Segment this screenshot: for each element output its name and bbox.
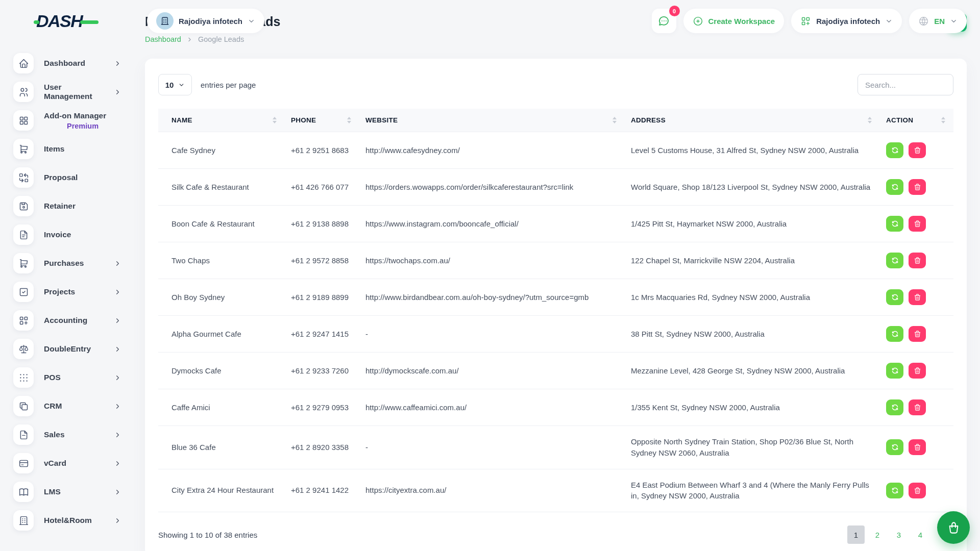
sidebar-item-label: CRM — [44, 402, 104, 411]
trash-icon — [914, 146, 921, 154]
sidebar-item-retainer[interactable]: Retainer — [13, 196, 145, 216]
sidebar-item-text: DoubleEntry — [44, 344, 104, 354]
sidebar-item-vcard[interactable]: vCard — [13, 453, 145, 473]
delete-lead-button[interactable] — [909, 253, 926, 268]
app-logo: DASH — [34, 11, 147, 31]
chevron-right-icon — [114, 431, 121, 439]
trash-icon — [914, 330, 921, 338]
sidebar-item-items[interactable]: Items — [13, 139, 145, 159]
create-workspace-button[interactable]: Create Workspace — [683, 9, 785, 33]
convert-lead-button[interactable] — [886, 216, 903, 232]
company-selector[interactable]: Rajodiya infotech — [791, 9, 902, 33]
chat-icon — [658, 15, 670, 27]
convert-lead-button[interactable] — [886, 142, 903, 158]
sidebar-item-doubleentry[interactable]: DoubleEntry — [13, 339, 145, 359]
sidebar-item-add-on-manager[interactable]: Add-on ManagerPremium — [13, 110, 145, 131]
sort-icon — [612, 117, 617, 123]
topbar-actions: 0 Create Workspace Rajodiya infotech EN — [652, 9, 967, 33]
sidebar-item-text: Accounting — [44, 316, 104, 325]
chevron-right-icon — [186, 36, 193, 43]
convert-lead-button[interactable] — [886, 399, 903, 415]
chevron-right-icon — [114, 517, 121, 524]
messages-button[interactable]: 0 — [652, 9, 676, 33]
sidebar-item-text: Retainer — [44, 202, 121, 211]
sidebar-item-crm[interactable]: CRM — [13, 396, 145, 416]
home-icon — [13, 53, 34, 73]
sidebar-item-label: Sales — [44, 430, 104, 439]
column-header-address[interactable]: ADDRESS — [625, 109, 880, 132]
convert-lead-button[interactable] — [886, 289, 903, 305]
sidebar-item-projects[interactable]: Projects — [13, 282, 145, 302]
sidebar-item-label: POS — [44, 373, 104, 382]
sidebar-item-text: CRM — [44, 402, 104, 411]
sidebar-item-hotel-room[interactable]: Hotel&Room — [13, 510, 145, 531]
column-header-action[interactable]: ACTION — [880, 109, 953, 132]
pagination-page-3[interactable]: 3 — [890, 525, 908, 544]
plus-circle-icon — [693, 16, 703, 27]
delete-lead-button[interactable] — [909, 483, 926, 498]
cell-website: https://twochaps.com.au/ — [359, 242, 625, 279]
sidebar-item-pos[interactable]: POS — [13, 367, 145, 388]
leads-table: NAME PHONE WEBSITE ADDRESS ACTION Cafe S… — [158, 109, 953, 512]
delete-lead-button[interactable] — [909, 363, 926, 379]
column-header-website[interactable]: WEBSITE — [359, 109, 625, 132]
cell-website: https://cityextra.com.au/ — [359, 469, 625, 512]
invoice-icon — [13, 224, 34, 245]
convert-lead-button[interactable] — [886, 483, 903, 498]
column-header-name[interactable]: NAME — [158, 109, 285, 132]
cell-action — [880, 469, 953, 512]
sidebar-item-text: User Management — [44, 83, 104, 101]
cell-action — [880, 169, 953, 206]
delete-lead-button[interactable] — [909, 326, 926, 342]
chevron-down-icon — [885, 17, 893, 25]
pagination-page-1[interactable]: 1 — [847, 525, 865, 544]
sidebar-item-purchases[interactable]: Purchases — [13, 253, 145, 273]
create-workspace-label: Create Workspace — [708, 17, 775, 26]
convert-lead-button[interactable] — [886, 363, 903, 379]
workspace-selector[interactable]: Rajodiya infotech — [147, 9, 264, 33]
cell-name: Boon Cafe & Restaurant — [158, 206, 285, 242]
sidebar-item-accounting[interactable]: Accounting — [13, 310, 145, 331]
table-row-cafe-sydney: Cafe Sydney +61 2 9251 8683 http://www.c… — [158, 132, 953, 169]
sidebar-item-label: Purchases — [44, 259, 104, 268]
convert-lead-button[interactable] — [886, 253, 903, 268]
pagination-page-2[interactable]: 2 — [869, 525, 886, 544]
entries-per-page-select[interactable]: 10 — [158, 74, 192, 95]
delete-lead-button[interactable] — [909, 142, 926, 158]
cell-website: - — [359, 316, 625, 353]
search-input[interactable] — [857, 74, 953, 95]
sidebar-item-invoice[interactable]: Invoice — [13, 224, 145, 245]
sidebar-item-lms[interactable]: LMS — [13, 482, 145, 502]
cell-address: 1c Mrs Macquaries Rd, Sydney NSW 2000, A… — [625, 279, 880, 316]
cell-phone: +61 426 766 077 — [285, 169, 359, 206]
cell-name: Alpha Gourmet Cafe — [158, 316, 285, 353]
sidebar-item-user-management[interactable]: User Management — [13, 82, 145, 102]
delete-lead-button[interactable] — [909, 289, 926, 305]
cell-name: Oh Boy Sydney — [158, 279, 285, 316]
cell-website: http://www.cafesydney.com/ — [359, 132, 625, 169]
transfer-icon — [13, 167, 34, 188]
sidebar-item-sales[interactable]: Sales — [13, 424, 145, 445]
delete-lead-button[interactable] — [909, 439, 926, 455]
table-row-city-extra-24-hour-restaurant: City Extra 24 Hour Restaurant +61 2 9241… — [158, 469, 953, 512]
convert-lead-button[interactable] — [886, 179, 903, 195]
convert-lead-button[interactable] — [886, 439, 903, 455]
sidebar-item-dashboard[interactable]: Dashboard — [13, 53, 145, 73]
pagination-page-4[interactable]: 4 — [912, 525, 929, 544]
convert-lead-button[interactable] — [886, 326, 903, 342]
floating-cart-button[interactable] — [937, 511, 970, 544]
table-controls: 10 entries per page — [158, 74, 953, 95]
delete-lead-button[interactable] — [909, 179, 926, 195]
column-header-phone[interactable]: PHONE — [285, 109, 359, 132]
chevron-right-icon — [114, 317, 121, 324]
refresh-icon — [891, 220, 899, 228]
cell-phone: +61 2 9247 1415 — [285, 316, 359, 353]
delete-lead-button[interactable] — [909, 399, 926, 415]
entries-per-page-value: 10 — [165, 81, 174, 89]
cell-address: Mezzanine Level, 428 George St, Sydney N… — [625, 353, 880, 389]
chevron-down-icon — [178, 82, 185, 88]
sidebar-item-proposal[interactable]: Proposal — [13, 167, 145, 188]
logo-text: DASH — [36, 11, 82, 31]
delete-lead-button[interactable] — [909, 216, 926, 232]
language-selector[interactable]: EN — [909, 9, 967, 33]
